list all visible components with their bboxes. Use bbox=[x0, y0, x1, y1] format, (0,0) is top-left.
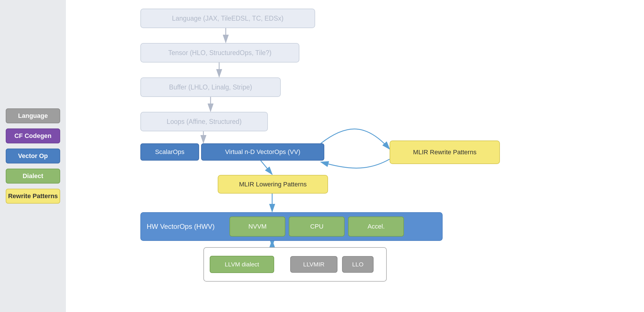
virtual-vv-box: Virtual n-D VectorOps (VV) bbox=[201, 143, 324, 161]
sidebar-item-rewrite-patterns[interactable]: Rewrite Patterns bbox=[6, 189, 60, 204]
nvvm-box: NVVM bbox=[229, 217, 285, 237]
cpu-box: CPU bbox=[289, 217, 345, 237]
accel-box: Accel. bbox=[348, 217, 404, 237]
hw-vectorops-label: HW VectorOps (HWV) bbox=[147, 223, 215, 231]
sidebar-label-rewrite-patterns: Rewrite Patterns bbox=[8, 192, 58, 200]
language-faded-box: Language (JAX, TileEDSL, TC, EDSx) bbox=[140, 9, 315, 28]
buffer-faded-box: Buffer (LHLO, Linalg, Stripe) bbox=[140, 77, 281, 97]
llvmir-box: LLVMIR bbox=[290, 256, 337, 273]
svg-line-6 bbox=[261, 161, 272, 174]
main-diagram-area: Language (JAX, TileEDSL, TC, EDSx) Tenso… bbox=[66, 0, 644, 312]
sidebar-item-vector-op[interactable]: Vector Op bbox=[6, 149, 60, 163]
sidebar-label-vector-op: Vector Op bbox=[18, 152, 48, 160]
sidebar-item-cf-codegen[interactable]: CF Codegen bbox=[6, 128, 60, 143]
llvm-container: LLVM dialect LLVMIR LLO bbox=[203, 247, 387, 282]
sidebar-label-cf-codegen: CF Codegen bbox=[14, 132, 52, 140]
sidebar-item-language[interactable]: Language bbox=[6, 108, 60, 123]
llvm-dialect-box: LLVM dialect bbox=[210, 256, 274, 273]
sidebar-label-dialect: Dialect bbox=[23, 172, 43, 180]
mlir-lowering-box: MLIR Lowering Patterns bbox=[218, 175, 328, 194]
llo-box: LLO bbox=[342, 256, 374, 273]
scalar-ops-box: ScalarOps bbox=[140, 143, 199, 161]
tensor-faded-box: Tensor (HLO, StructuredOps, Tile?) bbox=[140, 43, 299, 63]
mlir-rewrite-box: MLIR Rewrite Patterns bbox=[390, 141, 500, 164]
sidebar-label-language: Language bbox=[18, 112, 48, 120]
hw-vectorops-container: HW VectorOps (HWV) NVVM CPU Accel. bbox=[140, 212, 443, 241]
sidebar: Language CF Codegen Vector Op Dialect Re… bbox=[0, 0, 66, 312]
loops-faded-box: Loops (Affine, Structured) bbox=[140, 112, 268, 131]
sidebar-item-dialect[interactable]: Dialect bbox=[6, 169, 60, 184]
